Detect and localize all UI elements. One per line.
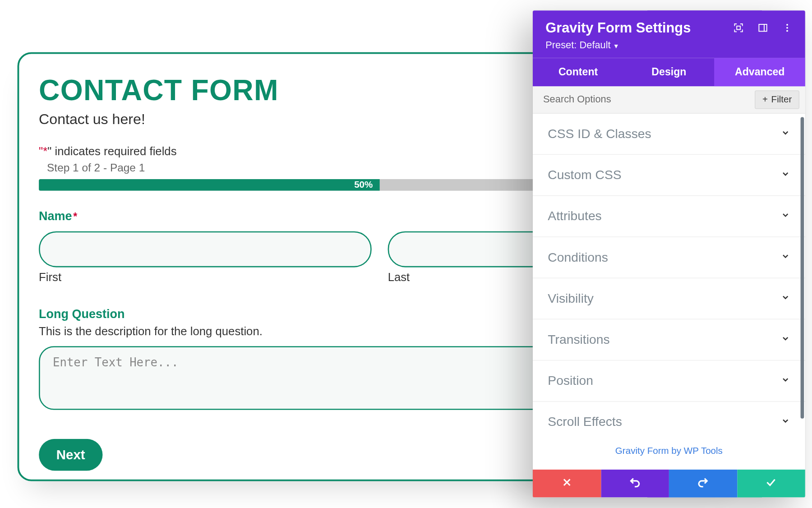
filter-button[interactable]: + Filter: [755, 90, 799, 109]
panel-tabs: Content Design Advanced: [533, 58, 805, 87]
section-scroll-effects[interactable]: Scroll Effects: [533, 402, 805, 443]
tab-content[interactable]: Content: [533, 58, 623, 87]
chevron-down-icon: [781, 293, 790, 305]
close-button[interactable]: [533, 470, 601, 498]
panel-actions: [533, 470, 805, 498]
expand-icon[interactable]: [734, 23, 744, 33]
chevron-down-icon: [781, 210, 790, 222]
first-name-input[interactable]: [39, 231, 372, 268]
section-position[interactable]: Position: [533, 360, 805, 402]
panel-header: Gravity Form Settings Preset: Default▼: [533, 10, 805, 58]
tab-advanced[interactable]: Advanced: [715, 58, 805, 87]
next-button[interactable]: Next: [39, 439, 102, 471]
search-row: + Filter: [533, 86, 805, 113]
undo-icon: [629, 476, 641, 491]
chevron-down-icon: [781, 252, 790, 263]
chevron-down-icon: [781, 169, 790, 181]
redo-button[interactable]: [669, 470, 737, 498]
sections-list[interactable]: CSS ID & Classes Custom CSS Attributes C…: [533, 114, 805, 470]
more-icon[interactable]: [782, 23, 792, 33]
confirm-button[interactable]: [737, 470, 805, 498]
plus-icon: +: [762, 94, 768, 105]
svg-point-3: [786, 24, 788, 26]
section-transitions[interactable]: Transitions: [533, 319, 805, 360]
section-css-id-classes[interactable]: CSS ID & Classes: [533, 114, 805, 155]
section-conditions[interactable]: Conditions: [533, 237, 805, 278]
redo-icon: [697, 476, 709, 491]
chevron-down-icon: [781, 375, 790, 387]
scrollbar[interactable]: [801, 117, 804, 419]
columns-icon[interactable]: [757, 23, 768, 33]
section-visibility[interactable]: Visibility: [533, 278, 805, 319]
check-icon: [766, 476, 777, 491]
first-name-label: First: [39, 271, 372, 284]
chevron-down-icon: [781, 416, 790, 428]
svg-rect-1: [759, 24, 766, 31]
tab-design[interactable]: Design: [623, 58, 714, 87]
svg-point-4: [786, 27, 788, 29]
undo-button[interactable]: [601, 470, 669, 498]
search-input[interactable]: [533, 86, 755, 113]
close-icon: [562, 477, 572, 490]
svg-point-5: [786, 30, 788, 32]
preset-dropdown[interactable]: Preset: Default▼: [545, 39, 792, 51]
svg-rect-0: [737, 26, 740, 30]
chevron-down-icon: [781, 128, 790, 140]
settings-panel: Gravity Form Settings Preset: Default▼: [533, 10, 805, 497]
section-attributes[interactable]: Attributes: [533, 196, 805, 237]
progress-fill: [39, 179, 380, 191]
footer-link[interactable]: Gravity Form by WP Tools: [533, 442, 805, 456]
section-custom-css[interactable]: Custom CSS: [533, 155, 805, 196]
panel-title: Gravity Form Settings: [545, 20, 691, 36]
progress-label: 50%: [354, 179, 373, 191]
chevron-down-icon: [781, 334, 790, 346]
